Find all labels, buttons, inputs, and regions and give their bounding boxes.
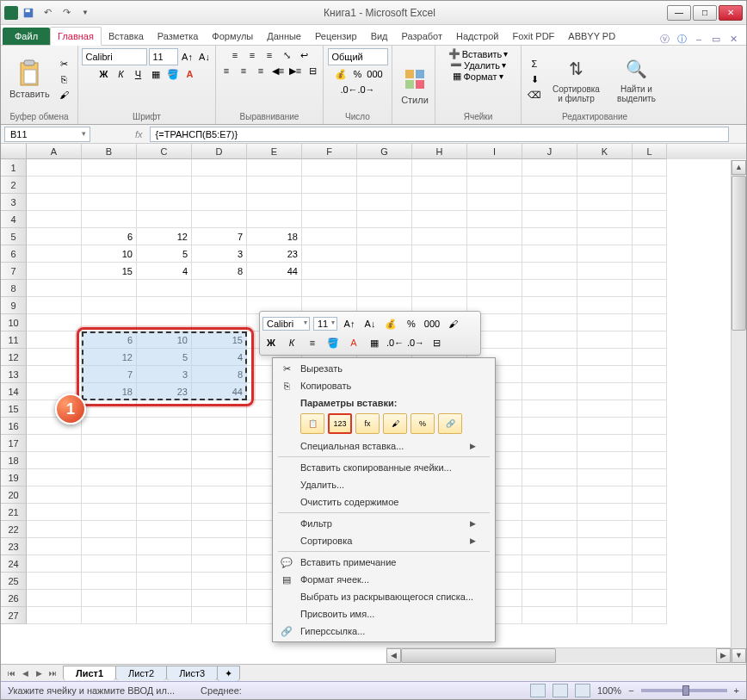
ctx-paste-special[interactable]: Специальная вставка...▶ [275, 437, 493, 455]
cell[interactable] [633, 486, 667, 504]
doc-close-icon[interactable]: ✕ [727, 33, 739, 45]
cell[interactable]: 8 [192, 263, 247, 280]
mini-align-icon[interactable]: ≡ [304, 334, 321, 351]
cell[interactable] [577, 383, 633, 400]
scroll-up-icon[interactable]: ▲ [732, 160, 746, 175]
ctx-delete[interactable]: Удалить... [275, 476, 493, 493]
name-box[interactable]: B11 [4, 127, 90, 142]
zoom-slider[interactable] [641, 689, 727, 692]
align-left-icon[interactable]: ≡ [219, 64, 234, 77]
cell[interactable] [633, 297, 667, 314]
font-size-combo[interactable]: 11 [149, 48, 178, 65]
tab-view[interactable]: Вид [364, 28, 395, 45]
row-header[interactable]: 14 [1, 383, 27, 400]
cell[interactable] [357, 263, 412, 280]
cell[interactable] [633, 435, 667, 452]
cell[interactable] [522, 435, 577, 452]
cell[interactable] [633, 521, 667, 538]
cell[interactable]: 3 [192, 245, 247, 263]
row-header[interactable]: 10 [1, 314, 27, 331]
cell[interactable] [192, 194, 247, 211]
dec-decimal-icon[interactable]: .0→ [359, 83, 374, 96]
cell[interactable] [467, 263, 522, 280]
cell[interactable] [577, 486, 633, 504]
cell[interactable] [577, 297, 633, 314]
cell[interactable] [522, 211, 577, 228]
cell[interactable] [577, 452, 633, 469]
cell[interactable] [82, 573, 137, 590]
cell[interactable] [247, 211, 302, 228]
row-header[interactable]: 19 [1, 469, 27, 486]
cell[interactable] [192, 590, 247, 607]
mini-merge-icon[interactable]: ⊟ [428, 334, 445, 351]
cell[interactable] [412, 245, 467, 263]
cell[interactable] [137, 400, 192, 418]
row-header[interactable]: 6 [1, 245, 27, 263]
cell[interactable] [577, 263, 633, 280]
currency-icon[interactable]: 💰 [333, 67, 349, 81]
cell[interactable] [633, 504, 667, 521]
cell[interactable] [137, 297, 192, 314]
cell[interactable] [577, 211, 633, 228]
zoom-in-icon[interactable]: + [734, 685, 739, 696]
cell[interactable] [633, 366, 667, 383]
cell[interactable] [522, 177, 577, 194]
cell[interactable] [192, 418, 247, 435]
mini-dec-decimal-icon[interactable]: .0→ [407, 334, 424, 351]
cell[interactable] [82, 590, 137, 607]
zoom-level[interactable]: 100% [597, 685, 621, 696]
cell[interactable] [137, 469, 192, 486]
sheet-tab-new[interactable]: ✦ [217, 666, 240, 681]
cell[interactable] [357, 245, 412, 263]
copy-icon[interactable]: ⎘ [57, 72, 72, 86]
cell[interactable] [137, 194, 192, 211]
cell[interactable] [137, 418, 192, 435]
cell[interactable] [27, 521, 82, 538]
sort-filter-button[interactable]: ⇅ Сортировка и фильтр [546, 53, 607, 105]
cell[interactable] [27, 280, 82, 297]
sheet-nav-last-icon[interactable]: ⏭ [46, 666, 59, 680]
sheet-tab-1[interactable]: Лист1 [63, 666, 116, 680]
mini-inc-decimal-icon[interactable]: .0← [386, 334, 404, 351]
select-all-corner[interactable] [1, 144, 27, 159]
cell[interactable] [137, 573, 192, 590]
cell[interactable] [522, 349, 577, 366]
col-header[interactable]: E [247, 144, 302, 159]
cell[interactable] [27, 504, 82, 521]
cell[interactable] [82, 555, 137, 573]
close-button[interactable]: ✕ [719, 5, 743, 21]
qat-redo-icon[interactable]: ↷ [58, 4, 75, 22]
cell[interactable]: 4 [137, 263, 192, 280]
cell[interactable] [577, 314, 633, 331]
doc-min-icon[interactable]: – [693, 33, 705, 45]
mini-grow-font-icon[interactable]: A↑ [341, 315, 358, 332]
sheet-tab-3[interactable]: Лист3 [166, 666, 218, 680]
cell[interactable] [577, 469, 633, 486]
cell[interactable] [467, 211, 522, 228]
tab-review[interactable]: Рецензир [308, 28, 364, 45]
cell[interactable] [192, 607, 247, 624]
ribbon-minimize-icon[interactable]: ⓥ [658, 33, 670, 45]
cell[interactable]: 23 [247, 245, 302, 263]
cell[interactable] [27, 366, 82, 383]
cell[interactable] [82, 435, 137, 452]
cell[interactable] [192, 486, 247, 504]
cell[interactable]: 12 [137, 228, 192, 245]
tab-formulas[interactable]: Формулы [205, 28, 260, 45]
mini-border-icon[interactable]: ▦ [366, 334, 383, 351]
cell[interactable] [633, 400, 667, 418]
ctx-sort[interactable]: Сортировка▶ [275, 532, 493, 549]
bold-icon[interactable]: Ж [96, 67, 112, 81]
format-painter-icon[interactable]: 🖌 [57, 88, 72, 102]
cell[interactable] [357, 177, 412, 194]
doc-restore-icon[interactable]: ▭ [710, 33, 722, 45]
cell[interactable]: 5 [137, 245, 192, 263]
qat-undo-icon[interactable]: ↶ [39, 4, 56, 22]
view-pagebreak-icon[interactable] [575, 684, 590, 697]
col-header[interactable]: D [192, 144, 247, 159]
horizontal-scrollbar[interactable]: ◀ ▶ [386, 647, 731, 663]
row-header[interactable]: 4 [1, 211, 27, 228]
paste-button[interactable]: Вставить [6, 58, 53, 101]
cell[interactable] [247, 280, 302, 297]
ctx-copy[interactable]: ⎘Копировать [275, 377, 493, 394]
